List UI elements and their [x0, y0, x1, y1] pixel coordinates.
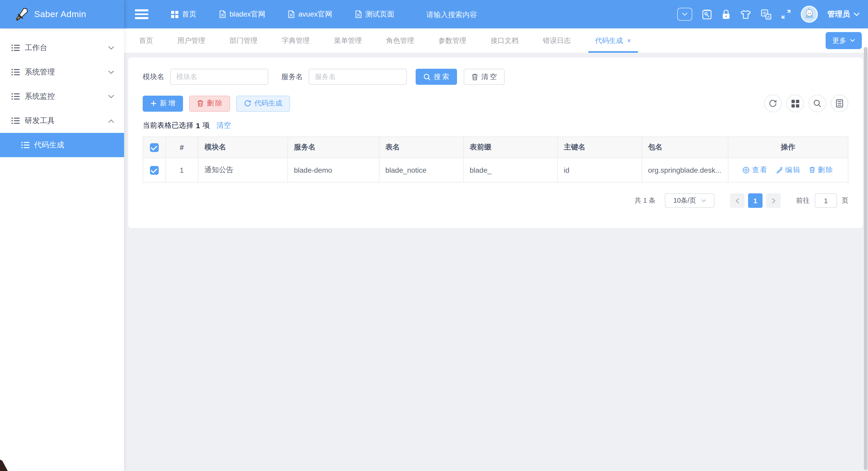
view-action[interactable]: 查看	[742, 165, 768, 175]
close-icon[interactable]: ×	[627, 37, 631, 44]
eye-icon	[742, 166, 750, 174]
collapse-topbar-button[interactable]	[677, 8, 692, 21]
view-action-label: 查看	[752, 165, 768, 175]
tab-param-management[interactable]: 参数管理	[438, 28, 466, 53]
grid-icon	[171, 10, 178, 18]
data-table: # 模块名 服务名 表名 表前缀 主键名 包名 操作	[143, 136, 848, 183]
sidebar-item-dev-tools[interactable]: 研发工具	[0, 108, 124, 133]
selection-suffix: 项	[203, 121, 210, 130]
topnav-item-bladex[interactable]: bladex官网	[219, 9, 266, 19]
search-icon	[424, 73, 431, 81]
goto-label: 前往	[796, 196, 810, 205]
plus-icon	[150, 100, 157, 106]
select-all-checkbox[interactable]	[150, 143, 159, 152]
chevron-down-icon	[108, 46, 114, 50]
page-number-1[interactable]: 1	[748, 193, 763, 208]
pagination: 共 1 条 10条/页 1 前往 页	[143, 193, 848, 208]
topnav-item-avuex[interactable]: avuex官网	[288, 9, 333, 19]
page-tabbar: 首页 用户管理 部门管理 字典管理 菜单管理 角色管理 参数管理 接口文档 错误…	[124, 28, 868, 53]
cell-table: blade_notice	[379, 158, 463, 182]
search-button[interactable]: 搜索	[416, 69, 457, 85]
sidebar-item-system-monitor[interactable]: 系统监控	[0, 84, 124, 108]
tab-dict-management[interactable]: 字典管理	[282, 28, 310, 53]
module-name-label: 模块名	[143, 72, 164, 82]
pagination-total: 共 1 条	[634, 196, 655, 205]
page-size-select[interactable]: 10条/页	[665, 193, 714, 208]
tab-menu-management[interactable]: 菜单管理	[334, 28, 362, 53]
selection-clear-link[interactable]: 清空	[217, 121, 231, 130]
filter-row: 模块名 服务名 搜索	[143, 69, 848, 85]
wrench-clipboard-icon[interactable]	[702, 9, 712, 20]
refresh-icon	[244, 100, 251, 107]
selection-prefix: 当前表格已选择	[143, 121, 193, 130]
sidebar-subitem-code-generation[interactable]: 代码生成	[0, 133, 124, 157]
goto-page-input[interactable]	[815, 193, 837, 208]
sidebar-item-system-management[interactable]: 系统管理	[0, 60, 124, 84]
service-name-input[interactable]	[309, 69, 407, 85]
translate-icon[interactable]: 中 A	[761, 9, 771, 20]
sidebar-item-label: 系统管理	[25, 67, 55, 77]
app-window: Saber Admin 首页 bladex官网	[0, 0, 868, 471]
clear-button[interactable]: 清空	[464, 69, 504, 85]
tab-error-log[interactable]: 错误日志	[543, 28, 571, 53]
columns-icon[interactable]	[831, 95, 848, 112]
fullscreen-icon[interactable]	[781, 9, 791, 19]
tab-api-docs[interactable]: 接口文档	[491, 28, 519, 53]
theme-shirt-icon[interactable]	[740, 9, 751, 19]
next-page-button[interactable]	[766, 193, 781, 208]
row-actions: 查看 编辑	[734, 165, 842, 175]
chevron-down-icon	[108, 94, 114, 98]
delete-button-label: 删除	[207, 99, 224, 108]
svg-text:A: A	[767, 14, 770, 19]
column-header-actions: 操作	[728, 137, 848, 158]
vertical-scrollbar[interactable]	[864, 47, 867, 470]
tab-code-generation[interactable]: 代码生成 ×	[595, 28, 631, 53]
module-name-input[interactable]	[170, 69, 268, 85]
tab-home[interactable]: 首页	[139, 28, 153, 53]
add-button[interactable]: 新增	[143, 95, 183, 112]
user-avatar[interactable]	[801, 6, 817, 23]
table-row[interactable]: 1 通知公告 blade-demo blade_notice blade_ id…	[143, 158, 848, 182]
user-menu[interactable]: 管理员	[828, 9, 860, 19]
user-name: 管理员	[828, 9, 850, 19]
delete-button[interactable]: 删除	[189, 95, 230, 112]
column-header-service: 服务名	[287, 137, 379, 158]
refresh-icon[interactable]	[764, 95, 782, 112]
topnav-item-home[interactable]: 首页	[171, 9, 196, 19]
chevron-down-icon	[854, 12, 860, 16]
tab-role-management[interactable]: 角色管理	[386, 28, 414, 53]
hamburger-menu-icon[interactable]	[135, 9, 148, 19]
column-header-index: #	[165, 137, 198, 158]
code-generate-button[interactable]: 代码生成	[236, 95, 290, 112]
sidebar-item-label: 系统监控	[25, 92, 55, 101]
cell-module: 通知公告	[198, 158, 287, 182]
menu-list-icon	[11, 93, 20, 100]
app-logo: Saber Admin	[0, 0, 124, 28]
topnav-label: 首页	[182, 9, 196, 19]
table-tools	[764, 95, 848, 112]
tab-dept-management[interactable]: 部门管理	[229, 28, 257, 53]
topnav-item-test-page[interactable]: 测试页面	[355, 9, 394, 19]
cell-pk: id	[557, 158, 642, 182]
global-search-input[interactable]	[426, 10, 512, 18]
tab-user-management[interactable]: 用户管理	[177, 28, 205, 53]
lock-icon[interactable]	[721, 9, 730, 20]
prev-page-button[interactable]	[730, 193, 744, 208]
delete-action[interactable]: 删除	[809, 165, 834, 175]
screen: Saber Admin 首页 bladex官网	[0, 0, 868, 471]
grid-view-icon[interactable]	[786, 95, 804, 112]
code-generate-button-label: 代码生成	[254, 99, 282, 108]
code-generation-panel: 模块名 服务名 搜索	[128, 57, 863, 228]
menu-list-icon	[21, 142, 29, 148]
menu-list-icon	[11, 117, 20, 124]
more-tabs-button[interactable]: 更多	[826, 32, 862, 49]
selection-count: 1	[196, 122, 200, 130]
row-checkbox[interactable]	[150, 166, 159, 175]
cell-package: org.springblade.desk...	[642, 158, 728, 182]
edit-action[interactable]: 编辑	[776, 165, 801, 175]
topnav-label: bladex官网	[229, 9, 266, 19]
app-title: Saber Admin	[34, 9, 86, 20]
add-button-label: 新增	[160, 99, 177, 108]
sidebar-item-workbench[interactable]: 工作台	[0, 36, 124, 60]
search-icon[interactable]	[809, 95, 826, 112]
